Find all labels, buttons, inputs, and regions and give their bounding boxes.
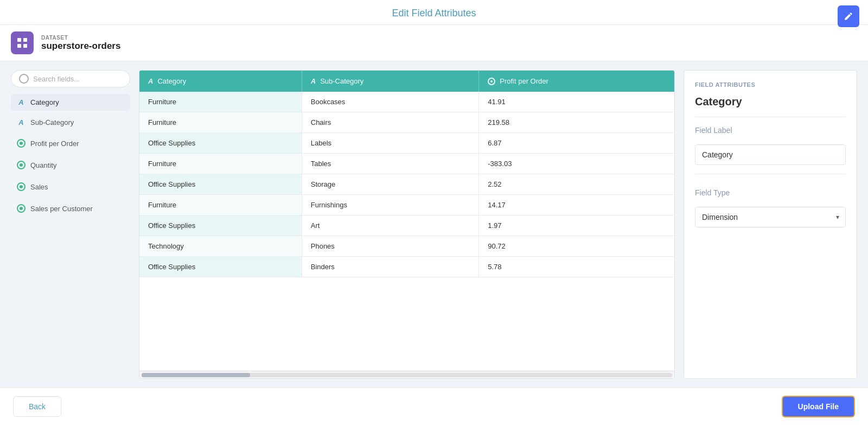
field-type-select-wrapper: Dimension Measure ▾ <box>695 207 846 227</box>
cell-sub-category: Tables <box>302 154 479 174</box>
cell-profit: 6.87 <box>479 133 674 154</box>
measure-circle-icon <box>17 204 25 213</box>
data-table: A Category A Sub-Category <box>139 71 674 277</box>
cell-sub-category: Storage <box>302 174 479 195</box>
footer: Back Upload File <box>0 388 868 425</box>
field-type-label: Field Type <box>695 188 846 197</box>
table-row: Office Supplies Labels 6.87 <box>139 133 674 154</box>
sidebar-item-profit-per-order[interactable]: Profit per Order <box>11 134 130 153</box>
col-type-icon-sub-category: A <box>311 77 316 85</box>
table-row: Furniture Furnishings 14.17 <box>139 195 674 215</box>
field-label-input[interactable] <box>695 144 846 165</box>
cell-category: Office Supplies <box>139 257 302 277</box>
measure-circle-icon <box>17 139 25 148</box>
dataset-name: superstore-orders <box>41 41 120 52</box>
dimension-icon-sub-category: A <box>16 118 26 126</box>
divider-2 <box>695 174 846 174</box>
scrollbar-track <box>142 373 672 377</box>
col-label-category: Category <box>157 77 186 85</box>
measure-icon-quantity <box>16 160 26 170</box>
horizontal-scrollbar[interactable] <box>139 371 674 378</box>
cell-sub-category: Chairs <box>302 112 479 133</box>
svg-rect-2 <box>17 44 21 48</box>
dimension-icon-category: A <box>16 98 26 106</box>
dataset-icon <box>11 31 34 54</box>
cell-sub-category: Bookcases <box>302 92 479 112</box>
field-type-select[interactable]: Dimension Measure <box>695 207 846 227</box>
sidebar-item-label: Category <box>30 98 59 106</box>
sidebar-item-sub-category[interactable]: A Sub-Category <box>11 114 130 131</box>
search-icon <box>19 74 29 84</box>
table-row: Furniture Tables -383.03 <box>139 154 674 174</box>
cell-profit: 90.72 <box>479 236 674 257</box>
col-label-sub-category: Sub-Category <box>320 77 363 85</box>
cell-category: Furniture <box>139 112 302 133</box>
field-attributes-section-label: FIELD ATTRIBUTES <box>695 81 846 88</box>
table-row: Office Supplies Binders 5.78 <box>139 257 674 277</box>
sidebar-item-sales-per-customer[interactable]: Sales per Customer <box>11 199 130 218</box>
measure-circle-icon <box>17 182 25 191</box>
table-row: Office Supplies Storage 2.52 <box>139 174 674 195</box>
divider-1 <box>695 117 846 117</box>
edit-button[interactable] <box>838 5 859 27</box>
measure-icon-sales <box>16 182 26 192</box>
col-header-profit[interactable]: Profit per Order <box>479 71 674 92</box>
col-label-profit: Profit per Order <box>500 77 548 85</box>
upload-file-button[interactable]: Upload File <box>782 396 855 417</box>
field-name-display: Category <box>695 96 846 108</box>
sidebar-item-label: Sub-Category <box>30 118 74 126</box>
sidebar-item-label: Profit per Order <box>30 139 79 148</box>
sidebar-item-category[interactable]: A Category <box>11 94 130 111</box>
svg-rect-0 <box>17 38 21 42</box>
measure-icon-profit <box>16 138 26 148</box>
cell-sub-category: Binders <box>302 257 479 277</box>
cell-sub-category: Phones <box>302 236 479 257</box>
pencil-icon <box>844 11 853 21</box>
measure-circle-icon <box>17 161 25 169</box>
cell-category: Furniture <box>139 92 302 112</box>
col-header-category[interactable]: A Category <box>139 71 302 92</box>
scrollbar-thumb <box>142 373 250 377</box>
measure-icon-sales-per-customer <box>16 204 26 213</box>
back-button[interactable]: Back <box>13 396 61 417</box>
field-attributes-panel: FIELD ATTRIBUTES Category Field Label Fi… <box>684 70 857 379</box>
sidebar-item-label: Quantity <box>30 161 56 169</box>
dataset-bar: DATASET superstore-orders <box>0 25 868 61</box>
sidebar-item-label: Sales <box>30 183 48 191</box>
search-fields-box[interactable]: Search fields... <box>11 70 130 87</box>
cell-category: Furniture <box>139 154 302 174</box>
table-body: Furniture Bookcases 41.91 Furniture Chai… <box>139 92 674 277</box>
table-scroll[interactable]: A Category A Sub-Category <box>139 71 674 371</box>
table-row: Technology Phones 90.72 <box>139 236 674 257</box>
col-type-icon-profit <box>488 78 495 85</box>
cell-profit: 219.58 <box>479 112 674 133</box>
cell-sub-category: Furnishings <box>302 195 479 215</box>
table-row: Furniture Chairs 219.58 <box>139 112 674 133</box>
table-header-row: A Category A Sub-Category <box>139 71 674 92</box>
table-row: Furniture Bookcases 41.91 <box>139 92 674 112</box>
cell-category: Office Supplies <box>139 215 302 236</box>
sidebar-item-sales[interactable]: Sales <box>11 177 130 196</box>
sidebar: Search fields... A Category A Sub-Catego… <box>11 70 130 379</box>
col-type-icon-category: A <box>148 77 153 85</box>
cell-profit: 14.17 <box>479 195 674 215</box>
table-row: Office Supplies Art 1.97 <box>139 215 674 236</box>
cell-profit: 41.91 <box>479 92 674 112</box>
cell-sub-category: Art <box>302 215 479 236</box>
search-label: Search fields... <box>33 75 80 83</box>
cell-profit: 1.97 <box>479 215 674 236</box>
cell-profit: -383.03 <box>479 154 674 174</box>
col-header-sub-category[interactable]: A Sub-Category <box>302 71 479 92</box>
cell-profit: 5.78 <box>479 257 674 277</box>
field-label-label: Field Label <box>695 126 846 135</box>
main-content: Search fields... A Category A Sub-Catego… <box>0 61 868 388</box>
svg-rect-1 <box>23 38 27 42</box>
cell-profit: 2.52 <box>479 174 674 195</box>
dataset-label: DATASET <box>41 35 120 41</box>
data-table-area: A Category A Sub-Category <box>139 70 675 379</box>
page-title: Edit Field Attributes <box>392 8 476 18</box>
cell-category: Technology <box>139 236 302 257</box>
dataset-symbol-icon <box>16 36 29 49</box>
sidebar-item-quantity[interactable]: Quantity <box>11 156 130 174</box>
cell-category: Furniture <box>139 195 302 215</box>
